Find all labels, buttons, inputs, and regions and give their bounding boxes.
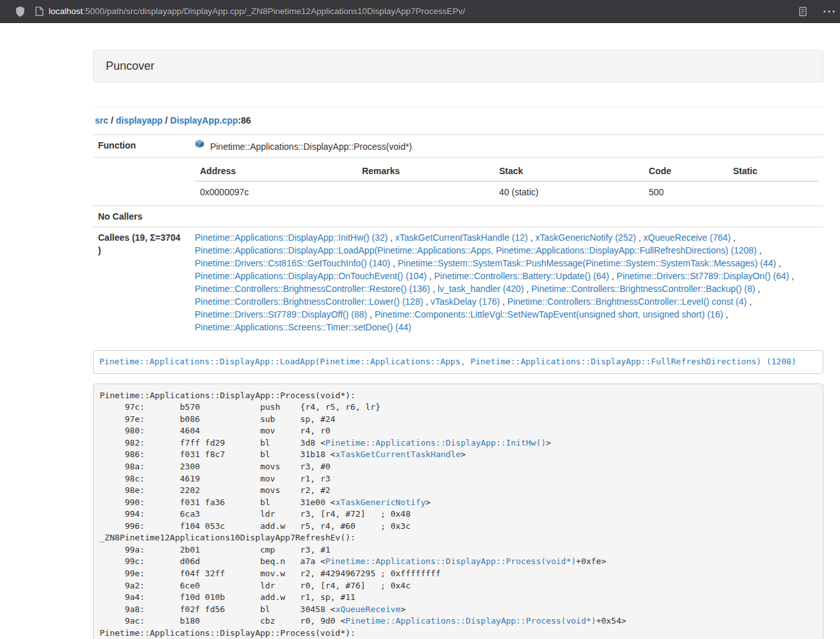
shield-icon[interactable] (15, 6, 26, 17)
callee-link[interactable]: Pinetime::Applications::Screens::Timer::… (195, 322, 411, 332)
metrics-header-row: Address Remarks Stack Code Static (195, 161, 818, 181)
callee-link[interactable]: xTaskGetCurrentTaskHandle (12) (395, 232, 528, 243)
metrics-table: Address Remarks Stack Code Static 0x0000… (195, 161, 818, 202)
code-symbol-link[interactable]: Pinetime::Applications::DisplayApp::Init… (325, 438, 546, 448)
function-label: Function (93, 135, 190, 158)
breadcrumb-link[interactable]: displayapp (116, 115, 163, 125)
remarks-value (357, 181, 494, 202)
highlighted-symbol-box: Pinetime::Applications::DisplayApp::Load… (93, 350, 823, 374)
main-content: Puncover src / displayapp / DisplayApp.c… (93, 50, 823, 639)
callee-link[interactable]: Pinetime::Applications::DisplayApp::OnTo… (195, 271, 427, 281)
code-symbol-link[interactable]: Pinetime::Applications::DisplayApp::Proc… (325, 556, 576, 566)
callees-label: Callees (19, Σ=3704 ) (93, 227, 190, 338)
address-value: 0x0000097c (195, 181, 357, 202)
disassembly-code: Pinetime::Applications::DisplayApp::Proc… (93, 384, 823, 639)
code-symbol-link[interactable]: xTaskGenericNotify (335, 497, 425, 507)
no-callers-label: No Callers (93, 206, 190, 227)
metrics-value-row: 0x0000097c 40 (static) 500 (195, 181, 818, 202)
metrics-row: Address Remarks Stack Code Static 0x0000… (93, 158, 823, 206)
browser-chrome: localhost:5000/path/src/displayapp/Displ… (0, 0, 840, 23)
no-callers-row: No Callers (93, 206, 823, 227)
breadcrumb: src / displayapp / DisplayApp.cpp:86 (95, 114, 823, 127)
callee-link[interactable]: xQueueReceive (764) (643, 232, 730, 243)
function-table: Function Pinetime::Applications::Display… (93, 134, 823, 337)
callee-link[interactable]: Pinetime::Drivers::Cst816S::GetTouchInfo… (195, 258, 390, 268)
callee-link[interactable]: Pinetime::Controllers::BrightnessControl… (195, 284, 430, 294)
callee-link[interactable]: Pinetime::Drivers::St7789::DisplayOn() (… (616, 271, 789, 281)
callee-link[interactable]: Pinetime::Controllers::BrightnessControl… (507, 296, 746, 307)
code-symbol-link[interactable]: xQueueReceive (335, 604, 400, 614)
breadcrumb-line-number: :86 (238, 115, 251, 125)
callee-link[interactable]: Pinetime::Controllers::BrightnessControl… (531, 284, 755, 294)
callee-link[interactable]: Pinetime::Applications::DisplayApp::Load… (195, 245, 757, 255)
col-header-address: Address (195, 161, 357, 181)
function-name-cell: Pinetime::Applications::DisplayApp::Proc… (190, 135, 823, 158)
callee-link[interactable]: Pinetime::Controllers::BrightnessControl… (195, 296, 423, 307)
breadcrumb-link[interactable]: src (95, 115, 108, 125)
url-path: :5000/path/src/displayapp/DisplayApp.cpp… (83, 6, 465, 16)
callee-link[interactable]: Pinetime::System::SystemTask::PushMessag… (398, 258, 777, 268)
col-header-code: Code (644, 161, 728, 181)
code-value: 500 (644, 181, 728, 202)
callee-link[interactable]: lv_task_handler (420) (438, 284, 524, 294)
breadcrumb-separator: / (163, 115, 170, 125)
function-name: Pinetime::Applications::DisplayApp::Proc… (210, 142, 412, 152)
stack-value: 40 (static) (494, 181, 644, 202)
callee-link[interactable]: Pinetime::Applications::DisplayApp::Init… (195, 232, 388, 243)
code-symbol-link[interactable]: Pinetime::Applications::DisplayApp::Proc… (345, 616, 596, 626)
function-row: Function Pinetime::Applications::Display… (93, 135, 823, 158)
page-icon[interactable] (35, 6, 44, 16)
app-title-banner: Puncover (93, 50, 823, 83)
static-value (728, 181, 818, 202)
breadcrumb-separator: / (108, 115, 116, 125)
code-symbol-link[interactable]: xTaskGetCurrentTaskHandle (335, 449, 461, 459)
reader-mode-icon[interactable] (798, 6, 808, 17)
callee-link[interactable]: xTaskGenericNotify (252) (535, 232, 636, 243)
col-header-static: Static (728, 161, 818, 181)
three-dots-menu-icon[interactable] (823, 10, 836, 13)
breadcrumb-link[interactable]: DisplayApp.cpp (170, 115, 238, 125)
cube-icon (195, 140, 207, 150)
callees-row: Callees (19, Σ=3704 ) Pinetime::Applicat… (93, 227, 823, 338)
col-header-stack: Stack (494, 161, 644, 181)
callees-list: Pinetime::Applications::DisplayApp::Init… (190, 227, 823, 338)
callee-link[interactable]: vTaskDelay (176) (431, 296, 500, 307)
url-host: localhost (49, 6, 83, 16)
page-title: Puncover (106, 60, 154, 72)
highlighted-symbol-link[interactable]: Pinetime::Applications::DisplayApp::Load… (99, 357, 796, 366)
divider (93, 107, 823, 108)
col-header-remarks: Remarks (357, 161, 494, 181)
callee-link[interactable]: Pinetime::Controllers::Battery::Update()… (434, 271, 609, 281)
url-bar[interactable]: localhost:5000/path/src/displayapp/Displ… (49, 0, 465, 22)
callee-link[interactable]: Pinetime::Drivers::St7789::DisplayOff() … (195, 309, 367, 320)
callee-link[interactable]: Pinetime::Components::LittleVgl::SetNewT… (375, 309, 723, 320)
